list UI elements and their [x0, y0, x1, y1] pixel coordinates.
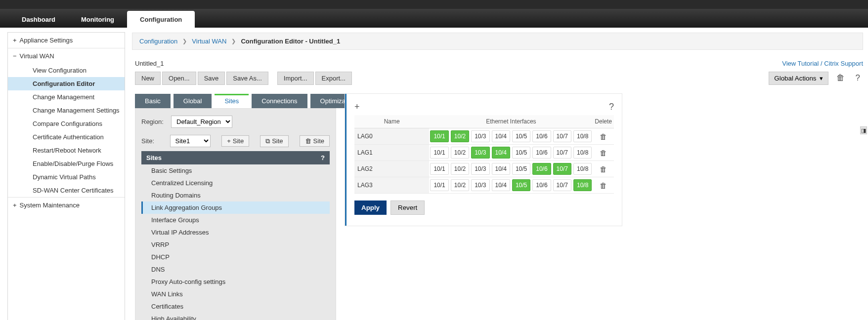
- eth-toggle[interactable]: 10/8: [573, 163, 592, 175]
- site-menu-interface-groups[interactable]: Interface Groups: [141, 214, 330, 226]
- eth-toggle[interactable]: 10/2: [451, 163, 469, 175]
- eth-toggle[interactable]: 10/5: [512, 147, 530, 159]
- sidebar-label: System Maintenance: [20, 201, 80, 209]
- table-row: LAG310/110/210/310/410/510/610/710/8🗑: [354, 177, 614, 194]
- sidebar-item-compare-configurations[interactable]: Compare Configurations: [8, 117, 125, 130]
- open-button[interactable]: Open...: [162, 72, 196, 85]
- tab-monitoring[interactable]: Monitoring: [68, 11, 127, 28]
- trash-icon[interactable]: 🗑: [600, 181, 607, 190]
- region-select[interactable]: Default_Region: [171, 116, 232, 128]
- sidebar-item-change-management[interactable]: Change Management: [8, 90, 125, 104]
- sidebar-item-certificate-authentication[interactable]: Certificate Authentication: [8, 130, 125, 144]
- sidebar-item-configuration-editor[interactable]: Configuration Editor: [8, 77, 125, 90]
- site-menu-basic-settings[interactable]: Basic Settings: [141, 164, 330, 177]
- global-actions-button[interactable]: Global Actions ▾: [769, 72, 828, 85]
- help-link[interactable]: View Tutorial / Citrix Support: [782, 60, 863, 67]
- editor-toolbar: New Open... Save Save As... Import... Ex…: [132, 71, 863, 85]
- eth-toggle[interactable]: 10/7: [553, 147, 571, 159]
- clone-site-button[interactable]: ⧉Site: [260, 135, 288, 147]
- left-panel: Basic Global Sites Connections Optimizat…: [135, 94, 336, 320]
- eth-toggle[interactable]: 10/6: [532, 163, 551, 175]
- expand-panel-icon[interactable]: ◨: [860, 126, 867, 134]
- eth-toggle[interactable]: 10/1: [430, 179, 448, 191]
- eth-toggle[interactable]: 10/4: [492, 130, 510, 142]
- trash-icon[interactable]: 🗑: [600, 149, 607, 157]
- save-button[interactable]: Save: [198, 72, 225, 85]
- eth-toggle[interactable]: 10/5: [512, 130, 530, 142]
- site-menu-link-aggregation-groups[interactable]: Link Aggregation Groups: [141, 201, 330, 214]
- eth-toggle[interactable]: 10/1: [430, 130, 448, 142]
- eth-toggle[interactable]: 10/8: [573, 130, 592, 142]
- chevron-right-icon: ❯: [182, 38, 187, 44]
- sidebar-appliance-settings[interactable]: + Appliance Settings: [8, 33, 125, 48]
- save-as-button[interactable]: Save As...: [226, 72, 268, 85]
- eth-toggle[interactable]: 10/4: [492, 147, 510, 159]
- eth-toggle[interactable]: 10/6: [532, 130, 551, 142]
- sidebar-item-restart-reboot-network[interactable]: Restart/Reboot Network: [8, 144, 125, 157]
- sidebar-system-maintenance[interactable]: + System Maintenance: [8, 197, 125, 213]
- eth-toggle[interactable]: 10/8: [573, 179, 592, 191]
- eth-toggle[interactable]: 10/3: [471, 179, 489, 191]
- ed-tab-basic[interactable]: Basic: [135, 94, 171, 108]
- site-menu-centralized-licensing[interactable]: Centralized Licensing: [141, 177, 330, 189]
- eth-toggle[interactable]: 10/2: [451, 147, 469, 159]
- site-menu-virtual-ip-addresses[interactable]: Virtual IP Addresses: [141, 226, 330, 239]
- copy-icon: ⧉: [265, 137, 270, 145]
- tab-dashboard[interactable]: Dashboard: [9, 11, 68, 28]
- ed-tab-global[interactable]: Global: [174, 94, 212, 108]
- global-actions-label: Global Actions: [774, 75, 816, 82]
- eth-toggle[interactable]: 10/6: [532, 147, 551, 159]
- export-button[interactable]: Export...: [315, 72, 352, 85]
- import-button[interactable]: Import...: [277, 72, 314, 85]
- tab-configuration[interactable]: Configuration: [127, 11, 195, 28]
- sidebar-item-change-management-settings[interactable]: Change Management Settings: [8, 104, 125, 117]
- breadcrumb-configuration[interactable]: Configuration: [139, 38, 177, 45]
- site-select[interactable]: Site1: [170, 135, 211, 147]
- eth-toggle[interactable]: 10/8: [573, 147, 592, 159]
- help-icon[interactable]: ?: [609, 102, 614, 112]
- help-icon[interactable]: ?: [853, 71, 863, 85]
- eth-toggle[interactable]: 10/1: [430, 147, 448, 159]
- trash-icon[interactable]: 🗑: [600, 165, 607, 173]
- eth-toggle[interactable]: 10/4: [492, 163, 510, 175]
- eth-toggle[interactable]: 10/7: [553, 163, 571, 175]
- site-menu-high-availability[interactable]: High Availability: [141, 313, 330, 320]
- add-site-button[interactable]: +Site: [221, 135, 249, 147]
- minus-icon: −: [13, 52, 17, 60]
- eth-toggle[interactable]: 10/5: [512, 163, 530, 175]
- site-menu-vrrp[interactable]: VRRP: [141, 239, 330, 251]
- eth-toggle[interactable]: 10/7: [553, 179, 571, 191]
- site-menu-proxy-auto-config-settings[interactable]: Proxy Auto-config settings: [141, 276, 330, 288]
- trash-icon[interactable]: 🗑: [833, 71, 848, 85]
- eth-toggle[interactable]: 10/2: [451, 179, 469, 191]
- revert-button[interactable]: Revert: [391, 200, 425, 215]
- site-menu-routing-domains[interactable]: Routing Domains: [141, 189, 330, 201]
- apply-button[interactable]: Apply: [354, 200, 387, 215]
- eth-toggle[interactable]: 10/7: [553, 130, 571, 142]
- eth-toggle[interactable]: 10/5: [512, 179, 530, 191]
- site-menu-wan-links[interactable]: WAN Links: [141, 288, 330, 300]
- help-icon[interactable]: ?: [321, 154, 325, 161]
- new-button[interactable]: New: [135, 72, 161, 85]
- eth-toggle[interactable]: 10/3: [471, 130, 489, 142]
- eth-toggle[interactable]: 10/4: [492, 179, 510, 191]
- sidebar-item-view-configuration[interactable]: View Configuration: [8, 64, 125, 77]
- site-menu-certificates[interactable]: Certificates: [141, 300, 330, 313]
- ed-tab-connections[interactable]: Connections: [252, 94, 307, 108]
- eth-toggle[interactable]: 10/3: [471, 147, 489, 159]
- sidebar-item-sd-wan-center-certificates[interactable]: SD-WAN Center Certificates: [8, 184, 125, 197]
- breadcrumb-virtual-wan[interactable]: Virtual WAN: [192, 38, 226, 45]
- sidebar-item-dynamic-virtual-paths[interactable]: Dynamic Virtual Paths: [8, 170, 125, 184]
- sidebar-item-enable-disable-purge-flows[interactable]: Enable/Disable/Purge Flows: [8, 157, 125, 170]
- sidebar-virtual-wan[interactable]: − Virtual WAN: [8, 48, 125, 64]
- ed-tab-sites[interactable]: Sites: [215, 94, 249, 108]
- eth-toggle[interactable]: 10/1: [430, 163, 448, 175]
- trash-icon[interactable]: 🗑: [600, 132, 607, 141]
- add-row-icon[interactable]: +: [354, 102, 360, 112]
- eth-toggle[interactable]: 10/2: [451, 130, 469, 142]
- site-menu-dhcp[interactable]: DHCP: [141, 251, 330, 263]
- eth-toggle[interactable]: 10/6: [532, 179, 551, 191]
- eth-toggle[interactable]: 10/3: [471, 163, 489, 175]
- delete-site-button[interactable]: 🗑Site: [300, 135, 330, 147]
- site-menu-dns[interactable]: DNS: [141, 263, 330, 276]
